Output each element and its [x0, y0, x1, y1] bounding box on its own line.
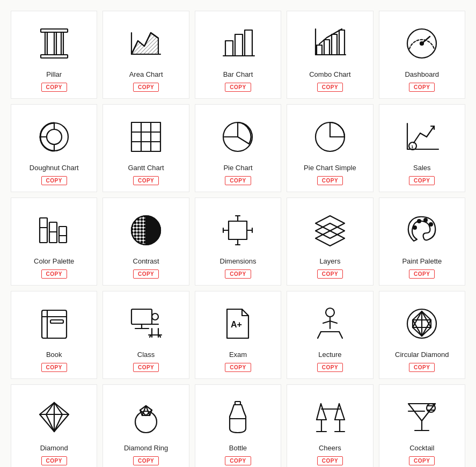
layers-copy-button[interactable]: COPY [317, 269, 343, 279]
lecture-label: Lecture [318, 351, 341, 359]
class-label: Class [137, 351, 155, 359]
icon-cell-diamond-ring: Diamond Ring COPY [102, 384, 189, 467]
circular-diamond-copy-button[interactable]: COPY [409, 363, 435, 372]
icon-cell-layers: Layers COPY [287, 198, 373, 286]
svg-point-23 [420, 42, 423, 45]
layers-icon [309, 209, 351, 252]
svg-point-65 [413, 225, 417, 230]
exam-copy-button[interactable]: COPY [225, 363, 251, 372]
color-palette-copy-button[interactable]: COPY [41, 269, 67, 279]
svg-line-90 [330, 321, 337, 323]
pie-chart-copy-button[interactable]: COPY [225, 176, 251, 185]
icon-cell-diamond: Diamond COPY [11, 384, 97, 467]
book-label: Book [46, 351, 62, 359]
diamond-ring-copy-button[interactable]: COPY [133, 456, 159, 465]
pie-chart-simple-icon [309, 115, 351, 158]
svg-rect-29 [131, 122, 160, 151]
svg-text:1: 1 [411, 144, 414, 149]
icon-cell-exam: A+ Exam COPY [195, 291, 281, 379]
class-icon [125, 302, 167, 345]
doughnut-chart-icon [33, 115, 76, 158]
color-palette-icon [33, 209, 76, 252]
icon-cell-color-palette: Color Palette COPY [11, 198, 97, 286]
area-chart-icon [125, 22, 167, 65]
icon-cell-doughnut-chart: Doughnut Chart COPY [11, 104, 97, 192]
icon-cell-bottle: Bottle COPY [195, 384, 281, 467]
svg-rect-72 [50, 320, 63, 323]
circular-diamond-label: Circular Diamond [395, 351, 449, 359]
icon-cell-book: Book COPY [11, 291, 97, 379]
svg-rect-73 [131, 309, 152, 324]
icon-cell-dashboard: Dashboard COPY [379, 11, 465, 99]
lecture-copy-button[interactable]: COPY [317, 363, 343, 372]
svg-rect-14 [245, 30, 252, 56]
icon-cell-area-chart: Area Chart COPY [102, 11, 189, 99]
bar-chart-label: Bar Chart [223, 70, 253, 78]
area-chart-copy-button[interactable]: COPY [133, 83, 159, 92]
icon-cell-bar-chart: Bar Chart COPY [195, 11, 281, 99]
icon-cell-gantt-chart: Gantt Chart COPY [102, 104, 189, 192]
cheers-icon [309, 396, 351, 439]
bottle-icon [216, 396, 259, 439]
gantt-chart-icon [125, 115, 167, 158]
icon-cell-cheers: Cheers COPY [287, 384, 373, 467]
icon-cell-pie-chart-simple: Pie Chart Simple COPY [287, 104, 373, 192]
svg-rect-13 [235, 34, 243, 56]
bottle-copy-button[interactable]: COPY [225, 456, 251, 465]
cocktail-copy-button[interactable]: COPY [409, 456, 435, 465]
doughnut-chart-copy-button[interactable]: COPY [41, 176, 67, 185]
icon-cell-dimensions: Dimensions COPY [195, 198, 281, 286]
sales-label: Sales [413, 164, 431, 172]
combo-chart-icon [309, 22, 351, 65]
gantt-chart-copy-button[interactable]: COPY [133, 176, 159, 185]
combo-chart-copy-button[interactable]: COPY [317, 83, 343, 92]
svg-line-89 [323, 321, 330, 323]
paint-palette-copy-button[interactable]: COPY [409, 269, 435, 279]
contrast-copy-button[interactable]: COPY [133, 269, 159, 279]
bar-chart-icon [216, 22, 259, 65]
svg-point-76 [152, 313, 158, 320]
pie-chart-simple-label: Pie Chart Simple [304, 164, 356, 172]
svg-point-84 [326, 308, 334, 317]
svg-rect-45 [40, 218, 47, 243]
contrast-icon [125, 209, 167, 252]
cheers-label: Cheers [319, 444, 341, 452]
class-copy-button[interactable]: COPY [133, 363, 159, 372]
icon-cell-lecture: Lecture COPY [287, 291, 373, 379]
dashboard-copy-button[interactable]: COPY [409, 83, 435, 92]
dimensions-copy-button[interactable]: COPY [225, 269, 251, 279]
contrast-label: Contrast [133, 257, 159, 265]
dimensions-icon [216, 209, 259, 252]
svg-point-68 [429, 222, 433, 227]
svg-point-25 [47, 129, 62, 144]
book-copy-button[interactable]: COPY [41, 363, 67, 372]
svg-line-36 [238, 137, 249, 144]
svg-line-129 [434, 404, 435, 405]
diamond-label: Diamond [40, 444, 68, 452]
diamond-icon [33, 396, 76, 439]
diamond-ring-icon [125, 396, 167, 439]
exam-icon: A+ [216, 302, 259, 345]
bar-chart-copy-button[interactable]: COPY [225, 83, 251, 92]
sales-copy-button[interactable]: COPY [409, 176, 435, 185]
sales-icon: 1 [400, 115, 443, 158]
pillar-copy-button[interactable]: COPY [41, 83, 67, 92]
dimensions-label: Dimensions [220, 257, 257, 265]
diamond-ring-label: Diamond Ring [124, 444, 168, 452]
pie-chart-label: Pie Chart [223, 164, 252, 172]
icon-cell-combo-chart: Combo Chart COPY [287, 11, 373, 99]
svg-rect-12 [225, 41, 233, 56]
exam-label: Exam [229, 351, 247, 359]
svg-rect-53 [229, 221, 247, 239]
doughnut-chart-label: Doughnut Chart [30, 164, 79, 172]
svg-rect-69 [42, 310, 67, 338]
cocktail-label: Cocktail [409, 444, 434, 452]
svg-rect-47 [59, 227, 67, 243]
diamond-copy-button[interactable]: COPY [41, 456, 67, 465]
gantt-chart-label: Gantt Chart [128, 164, 164, 172]
cheers-copy-button[interactable]: COPY [317, 456, 343, 465]
pillar-icon [33, 22, 76, 65]
paint-palette-icon [400, 209, 443, 252]
pie-chart-simple-copy-button[interactable]: COPY [317, 176, 343, 185]
svg-text:A+: A+ [231, 320, 242, 329]
